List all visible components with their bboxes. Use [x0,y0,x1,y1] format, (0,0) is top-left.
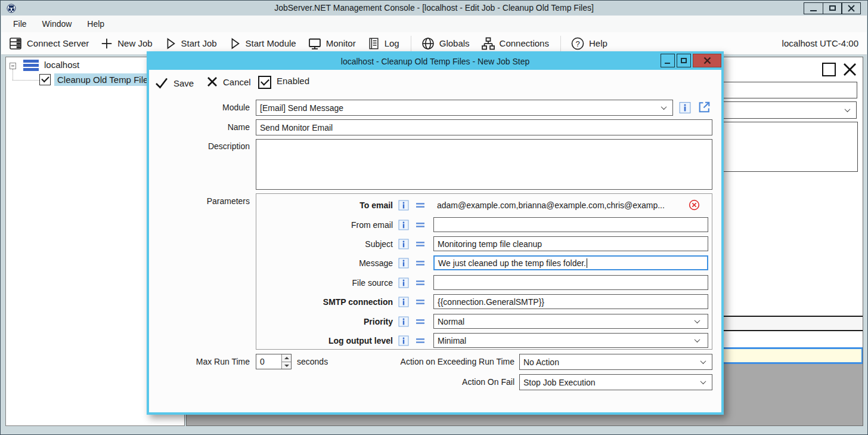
main-window: JobServer.NET Management Console - [loca… [0,0,868,435]
menu-help[interactable]: Help [87,19,104,29]
toolbar-start-job[interactable]: Start Job [164,37,217,50]
tree-connector [13,80,39,81]
to-email-value: adam@example.com,brianna@example.com,chr… [433,198,708,212]
plus-icon [100,37,113,50]
module-info-icon[interactable] [679,101,691,114]
dialog-body: Save Cancel Enabled Module [Email] Send … [149,70,721,412]
cancel-button[interactable]: Cancel [206,76,251,88]
play-icon [164,37,177,50]
action-on-fail-value: Stop Job Execution [523,378,596,387]
toolbar-label: Help [589,38,607,48]
tree-node-job[interactable]: Cleanup Old Temp Files [54,73,156,86]
toolbar-help[interactable]: ? Help [571,36,607,51]
stepper-up-button[interactable] [282,354,291,362]
toolbar-label: Start Module [246,38,296,48]
toolbar-separator [560,36,561,51]
equals-icon[interactable] [415,277,426,288]
chevron-down-icon [661,104,667,110]
param-label: SMTP connection [256,297,398,307]
menu-bar: File Window Help [1,16,867,32]
minimize-button[interactable] [804,2,823,14]
dialog-minimize-button[interactable] [661,54,675,67]
equals-icon[interactable] [415,258,426,269]
action-on-exceed-select[interactable]: No Action [519,354,712,370]
description-textarea[interactable] [256,139,712,190]
param-label: Subject [256,239,398,249]
close-icon [842,62,857,77]
max-run-time-stepper[interactable]: 0 [256,354,292,369]
equals-icon[interactable] [415,297,426,307]
text-cursor [587,258,587,268]
smtp-connection-input[interactable] [433,294,708,309]
chevron-down-icon [695,337,700,343]
save-button[interactable]: Save [154,76,194,90]
info-icon[interactable] [398,316,409,327]
toolbar-label: Log [385,38,399,48]
info-icon[interactable] [398,335,409,346]
window-title: JobServer.NET Management Console - [loca… [1,3,867,13]
equals-icon[interactable] [415,335,426,346]
open-module-external-icon[interactable] [697,100,712,115]
param-label: File source [256,278,398,288]
minimize-icon [665,63,670,64]
network-icon [481,36,495,51]
stepper-down-button[interactable] [282,362,291,369]
param-label: Priority [256,317,398,326]
param-row-log-output-level: Log output level Minimal [256,331,710,350]
log-icon [367,37,380,50]
tree-expander[interactable] [10,63,16,69]
info-icon[interactable] [398,297,409,307]
remove-value-icon[interactable] [689,199,700,211]
child-close-button[interactable] [842,62,857,77]
dialog-close-button[interactable] [693,54,721,67]
log-output-level-select[interactable]: Minimal [433,333,708,348]
toolbar-monitor[interactable]: Monitor [308,36,356,51]
job-enabled-checkbox[interactable] [39,74,51,85]
toolbar-globals[interactable]: Globals [421,36,470,51]
new-job-step-dialog: localhost - Cleanup Old Temp Files - New… [147,51,724,415]
info-icon[interactable] [398,258,409,269]
cancel-label: Cancel [223,77,251,87]
priority-select[interactable]: Normal [433,314,708,329]
maximize-button[interactable] [823,2,842,14]
info-icon[interactable] [398,200,409,211]
save-label: Save [173,78,194,88]
info-icon[interactable] [398,220,409,230]
enabled-label: Enabled [277,76,309,86]
dialog-titlebar: localhost - Cleanup Old Temp Files - New… [149,54,721,70]
message-input[interactable]: We just cleaned up the temp files folder… [433,255,708,270]
equals-icon[interactable] [415,316,426,327]
menu-window[interactable]: Window [42,19,72,29]
main-titlebar: JobServer.NET Management Console - [loca… [1,1,867,16]
close-icon [848,5,855,12]
equals-icon[interactable] [415,239,426,249]
module-select[interactable]: [Email] Send Message [256,100,673,116]
module-label: Module [149,103,250,112]
close-button[interactable] [841,2,861,14]
parameters-label: Parameters [149,196,250,206]
action-on-fail-select[interactable]: Stop Job Execution [519,374,712,390]
param-label: To email [256,200,398,210]
toolbar-new-job[interactable]: New Job [100,37,152,50]
toolbar-log[interactable]: Log [367,37,399,50]
info-icon[interactable] [398,239,409,249]
description-label: Description [149,141,250,151]
menu-file[interactable]: File [13,19,27,29]
toolbar-connect-server[interactable]: Connect Server [8,36,89,51]
from-email-input[interactable] [433,217,708,232]
enabled-checkbox[interactable] [258,76,271,89]
x-icon [206,76,218,88]
info-icon[interactable] [398,277,409,288]
subject-input[interactable] [433,236,708,251]
server-node-icon [23,60,39,72]
file-source-input[interactable] [433,275,708,290]
tree-node-localhost[interactable]: localhost [44,60,79,70]
dialog-maximize-button[interactable] [677,54,691,67]
toolbar-start-module[interactable]: Start Module [228,37,296,50]
equals-icon[interactable] [415,220,426,230]
name-input[interactable] [256,119,712,135]
toolbar-connections[interactable]: Connections [481,36,549,51]
help-icon: ? [571,36,585,51]
child-maximize-button[interactable] [822,63,836,76]
equals-icon[interactable] [415,200,426,211]
